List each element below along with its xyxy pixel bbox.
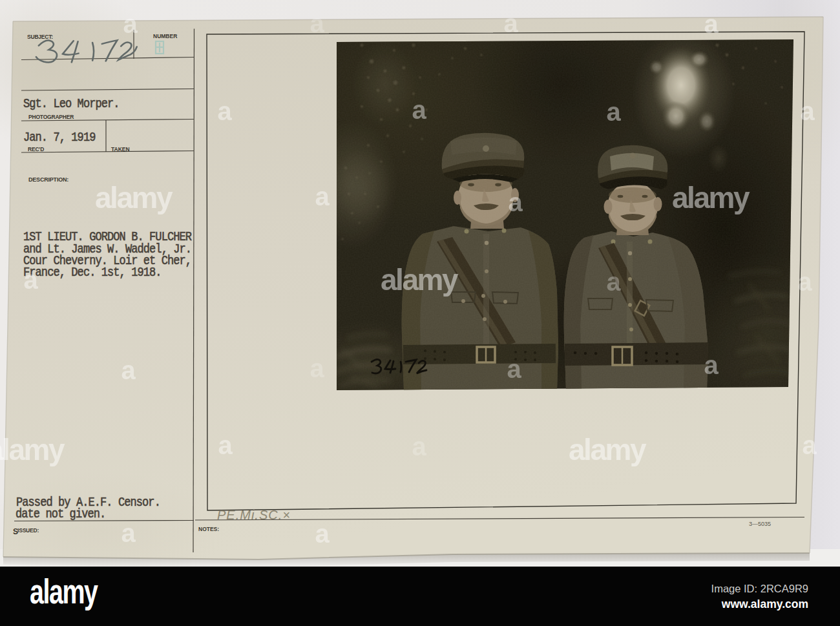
svg-text:a: a [310,9,324,37]
svg-text:TAKEN: TAKEN [111,146,130,152]
svg-text:3—5035: 3—5035 [749,521,771,527]
svg-text:Image ID: 2RCA9R9: Image ID: 2RCA9R9 [711,583,808,594]
svg-text:France, Dec. 1st, 1918.: France, Dec. 1st, 1918. [23,266,162,279]
svg-text:S: S [13,527,18,536]
svg-text:a: a [802,431,817,459]
svg-text:a: a [315,182,330,211]
svg-text:a: a [704,351,719,379]
svg-text:a: a [315,519,330,548]
svg-text:a: a [218,431,233,459]
svg-text:a: a [23,266,38,294]
svg-text:alamy: alamy [381,263,459,297]
svg-text:a: a [704,10,719,38]
svg-text:NUMBER: NUMBER [153,33,177,39]
svg-text:www.alamy.com: www.alamy.com [721,598,808,610]
svg-text:a: a [121,356,136,384]
svg-text:ISSUED:: ISSUED: [17,527,39,534]
svg-text:a: a [310,354,324,382]
svg-text:a: a [606,98,621,126]
svg-text:REC'D: REC'D [28,146,44,152]
svg-text:SUBJECT:: SUBJECT: [27,34,53,40]
svg-text:a: a [503,9,518,37]
svg-text:PHOTOGRAPHER: PHOTOGRAPHER [28,114,74,120]
svg-text:a: a [507,355,521,383]
svg-text:a: a [412,96,426,124]
svg-text:NOTES:: NOTES: [198,526,219,532]
svg-text:PE.Mi.SC.×: PE.Mi.SC.× [217,508,291,522]
svg-text:a: a [412,432,426,461]
svg-text:a: a [606,267,621,296]
svg-text:a: a [121,519,136,547]
svg-text:a: a [123,10,138,38]
svg-text:alamy: alamy [672,181,750,214]
svg-text:a: a [800,97,815,125]
svg-text:alamy: alamy [30,572,99,611]
svg-text:alamy: alamy [569,433,647,466]
svg-text:date not given.: date not given. [16,507,105,521]
svg-text:alamy: alamy [95,181,173,214]
svg-text:a: a [508,188,523,216]
svg-text:DESCRIPTION:: DESCRIPTION: [28,176,68,183]
svg-text:Jan. 7, 1919: Jan. 7, 1919 [23,130,95,144]
svg-text:Sgt. Leo Morper.: Sgt. Leo Morper. [23,97,120,110]
svg-text:a: a [217,97,232,125]
svg-text:a: a [797,267,812,296]
svg-text:alamy: alamy [0,433,65,466]
